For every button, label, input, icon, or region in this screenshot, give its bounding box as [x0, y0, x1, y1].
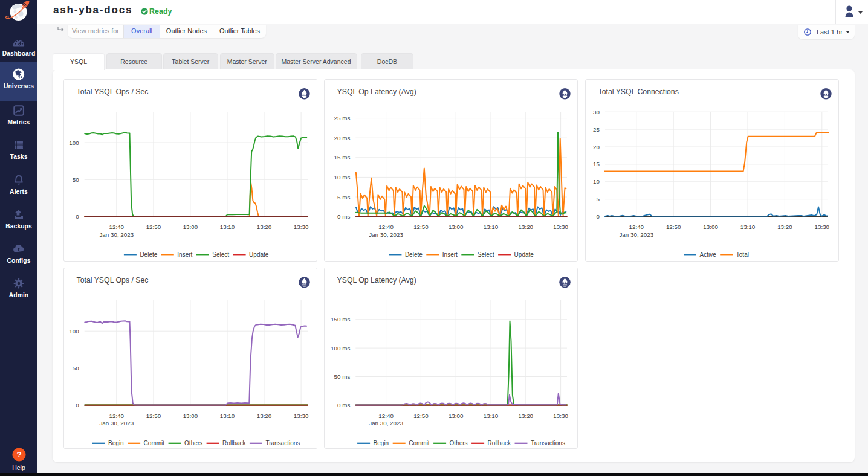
- svg-text:?: ?: [16, 450, 21, 459]
